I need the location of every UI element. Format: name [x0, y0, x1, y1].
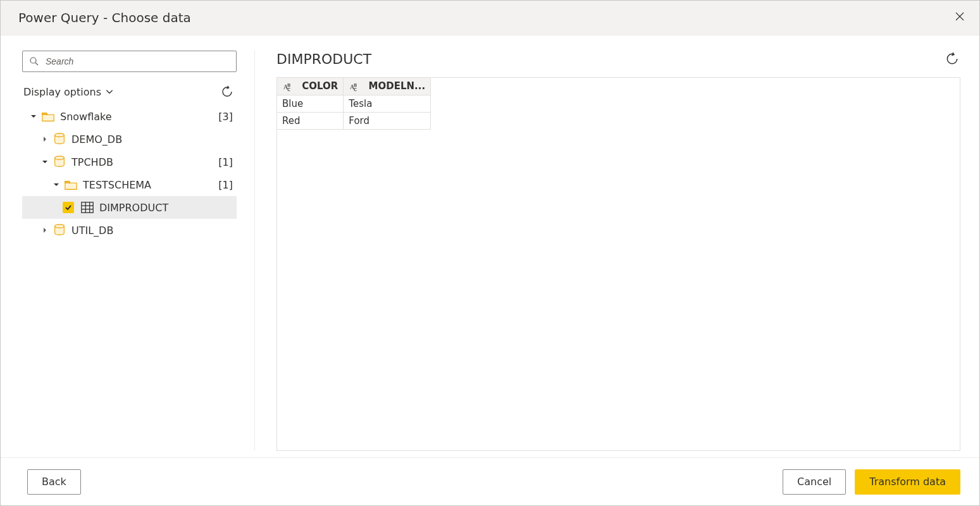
tree-node-label: Snowflake: [60, 111, 112, 123]
transform-data-button[interactable]: Transform data: [855, 469, 960, 495]
svg-text:C: C: [354, 87, 357, 92]
cancel-button[interactable]: Cancel: [783, 469, 846, 495]
folder-icon: [40, 108, 56, 125]
refresh-icon: [221, 85, 233, 98]
close-icon: [955, 11, 965, 22]
dialog-footer: Back Cancel Transform data: [1, 457, 979, 505]
preview-panel: DIMPRODUCT ABC COLOR ABC: [255, 51, 960, 451]
search-input[interactable]: [44, 56, 230, 67]
tree-node-tpchdb[interactable]: TPCHDB [1]: [22, 151, 237, 173]
checkbox-checked[interactable]: [63, 202, 74, 213]
cell: Ford: [344, 112, 431, 129]
content-area: Display options Snowflake [3]: [1, 35, 979, 457]
column-header-color[interactable]: ABC COLOR: [277, 78, 344, 95]
navigator-tree: Snowflake [3] DEMO_DB: [22, 105, 237, 242]
tree-node-dimproduct[interactable]: DIMPRODUCT: [22, 196, 237, 219]
dialog-window: Power Query - Choose data Display option…: [0, 0, 980, 506]
back-button[interactable]: Back: [27, 469, 81, 495]
tree-node-snowflake[interactable]: Snowflake [3]: [22, 105, 237, 128]
close-button[interactable]: [949, 6, 971, 27]
cell: Blue: [277, 95, 344, 112]
titlebar: Power Query - Choose data: [1, 1, 979, 35]
table-row[interactable]: Blue Tesla: [277, 95, 431, 112]
preview-header: DIMPRODUCT: [276, 51, 960, 67]
preview-table-container: ABC COLOR ABC MODELN... Blue Te: [276, 77, 960, 451]
text-type-icon: ABC: [349, 81, 363, 92]
check-icon: [65, 204, 72, 211]
expander-icon[interactable]: [28, 111, 39, 121]
svg-text:C: C: [287, 87, 290, 92]
display-options-button[interactable]: Display options: [23, 86, 114, 98]
expander-icon[interactable]: [40, 157, 50, 167]
database-icon: [51, 131, 68, 147]
refresh-tree-button[interactable]: [219, 83, 235, 100]
cell: Red: [277, 112, 344, 129]
folder-icon: [63, 176, 79, 193]
database-icon: [51, 222, 68, 238]
text-type-icon: ABC: [282, 81, 296, 92]
display-options-label: Display options: [23, 86, 101, 98]
table-row[interactable]: Red Ford: [277, 112, 431, 129]
dialog-title: Power Query - Choose data: [18, 10, 191, 25]
navigator-sidebar: Display options Snowflake [3]: [22, 51, 255, 451]
tree-node-testschema[interactable]: TESTSCHEMA [1]: [22, 173, 237, 196]
expander-icon[interactable]: [40, 225, 50, 235]
column-header-label: COLOR: [302, 80, 338, 92]
svg-line-1: [35, 63, 38, 65]
svg-point-0: [30, 58, 36, 63]
tree-node-label: TPCHDB: [71, 156, 113, 168]
column-header-label: MODELN...: [369, 80, 426, 92]
tree-node-count: [1]: [218, 179, 233, 191]
svg-rect-4: [82, 202, 93, 213]
database-icon: [51, 154, 68, 170]
preview-table: ABC COLOR ABC MODELN... Blue Te: [277, 78, 431, 130]
tree-node-util-db[interactable]: UTIL_DB: [22, 219, 237, 242]
display-options-row: Display options: [22, 83, 237, 100]
tree-node-label: DEMO_DB: [71, 133, 122, 145]
expander-icon[interactable]: [40, 134, 50, 144]
tree-node-label: UTIL_DB: [71, 225, 113, 237]
tree-node-label: TESTSCHEMA: [83, 179, 151, 191]
tree-node-label: DIMPRODUCT: [99, 202, 168, 214]
chevron-down-icon: [105, 87, 114, 96]
table-header-row: ABC COLOR ABC MODELN...: [277, 78, 431, 95]
tree-node-demo-db[interactable]: DEMO_DB: [22, 128, 237, 151]
tree-node-count: [1]: [218, 156, 233, 168]
tree-node-count: [3]: [218, 111, 233, 123]
cell: Tesla: [344, 95, 431, 112]
expander-icon[interactable]: [51, 180, 61, 190]
search-icon: [29, 56, 39, 66]
table-icon: [79, 199, 96, 216]
preview-title: DIMPRODUCT: [276, 51, 371, 67]
refresh-preview-button[interactable]: [944, 51, 960, 67]
refresh-icon: [945, 52, 959, 66]
column-header-modelname[interactable]: ABC MODELN...: [344, 78, 431, 95]
search-box[interactable]: [22, 51, 237, 72]
